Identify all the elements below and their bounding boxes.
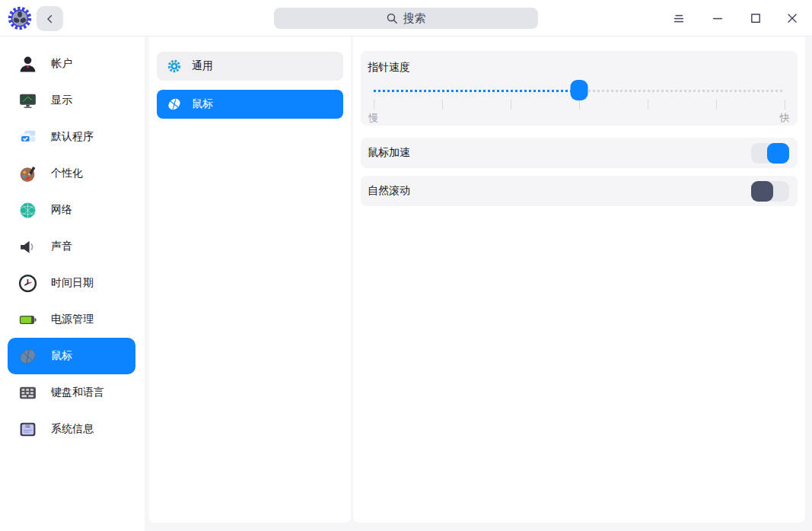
minimize-icon (712, 12, 724, 24)
pointer-speed-slider[interactable]: 慢 快 (374, 51, 785, 126)
sidebar-nav: 帐户 显示 默认程序 个性化 网络 声音 时间日期 (0, 37, 145, 531)
slider-tick (442, 100, 443, 110)
sidebar-item-label: 个性化 (51, 167, 83, 180)
slider-tick (511, 100, 511, 110)
slider-tick (579, 100, 580, 110)
subnav-panel: 通用 鼠标 (149, 37, 351, 523)
search-icon (387, 13, 398, 24)
maximize-icon (750, 12, 762, 24)
personalization-icon (18, 164, 37, 183)
toggle-knob (767, 143, 789, 164)
sidebar-item-label: 声音 (51, 240, 72, 253)
sidebar-item-mouse[interactable]: 鼠标 (8, 338, 135, 374)
mouse-icon (18, 347, 37, 366)
maximize-button[interactable] (745, 8, 766, 28)
search-placeholder: 搜索 (403, 11, 426, 26)
sidebar-item-accounts[interactable]: 帐户 (8, 46, 135, 82)
gear-icon (167, 59, 182, 74)
toggle-switch[interactable] (751, 181, 789, 202)
sidebar-item-display[interactable]: 显示 (8, 82, 135, 119)
settings-content-panel: 指针速度 慢 快 鼠标加速 自然滚动 (353, 37, 805, 523)
account-icon (18, 55, 37, 74)
sidebar-item-personalization[interactable]: 个性化 (8, 155, 135, 192)
slider-fill (374, 90, 579, 92)
sidebar-item-label: 网络 (51, 203, 72, 217)
subnav-item-mouse[interactable]: 鼠标 (157, 90, 343, 119)
close-button[interactable] (782, 8, 803, 28)
back-button[interactable] (37, 6, 63, 31)
slider-min-label: 慢 (369, 111, 379, 125)
sidebar-item-label: 时间日期 (51, 276, 94, 290)
display-icon (18, 91, 37, 110)
slider-tick (716, 100, 717, 110)
toggle-knob (751, 181, 773, 202)
slider-tick (374, 100, 374, 110)
network-icon (18, 201, 37, 220)
subnav-item-general[interactable]: 通用 (157, 52, 343, 81)
minimize-button[interactable] (707, 8, 728, 28)
svg-text:UOS: UOS (25, 424, 31, 428)
close-icon (786, 12, 798, 24)
sidebar-item-default-apps[interactable]: 默认程序 (8, 119, 135, 155)
natural-scrolling-label: 自然滚动 (368, 184, 410, 198)
sidebar-item-label: 键盘和语言 (51, 386, 104, 399)
sidebar-item-network[interactable]: 网络 (8, 192, 135, 228)
keyboard-icon (18, 383, 37, 402)
power-icon (18, 310, 37, 329)
slider-tick (785, 100, 785, 110)
sidebar-item-datetime[interactable]: 时间日期 (8, 265, 135, 301)
subnav-item-label: 通用 (192, 59, 213, 73)
chevron-left-icon (44, 13, 56, 25)
mouse-white-icon (167, 97, 182, 112)
slider-handle[interactable] (571, 80, 588, 100)
sidebar-item-label: 鼠标 (51, 349, 72, 363)
sidebar-item-label: 电源管理 (51, 313, 94, 326)
default-apps-icon (18, 128, 37, 147)
pointer-speed-card: 指针速度 慢 快 (361, 51, 798, 126)
slider-tick (648, 100, 648, 110)
subnav-item-label: 鼠标 (192, 97, 213, 111)
sidebar-item-label: 帐户 (51, 57, 72, 71)
mouse-acceleration-row: 鼠标加速 (361, 138, 798, 168)
sidebar-item-label: 默认程序 (51, 130, 94, 144)
system-info-icon: UOS (18, 420, 37, 439)
natural-scrolling-row: 自然滚动 (361, 176, 798, 206)
sidebar-item-power[interactable]: 电源管理 (8, 301, 135, 338)
window-menu-button[interactable] (668, 8, 689, 28)
slider-max-label: 快 (780, 111, 790, 125)
sidebar-item-label: 显示 (51, 94, 72, 107)
mouse-acceleration-label: 鼠标加速 (368, 146, 410, 160)
sidebar-item-system-info[interactable]: UOS 系统信息 (8, 411, 135, 447)
datetime-icon (18, 274, 37, 293)
search-input[interactable]: 搜索 (274, 8, 538, 29)
toggle-switch[interactable] (751, 143, 789, 164)
titlebar: 搜索 (0, 0, 812, 37)
sidebar-item-keyboard[interactable]: 键盘和语言 (8, 374, 135, 411)
sidebar-item-sound[interactable]: 声音 (8, 228, 135, 265)
slider-ticks (374, 100, 785, 110)
app-logo-icon (8, 6, 32, 30)
sidebar-item-label: 系统信息 (51, 422, 94, 436)
menu-icon (673, 13, 685, 24)
sound-icon (18, 237, 37, 256)
